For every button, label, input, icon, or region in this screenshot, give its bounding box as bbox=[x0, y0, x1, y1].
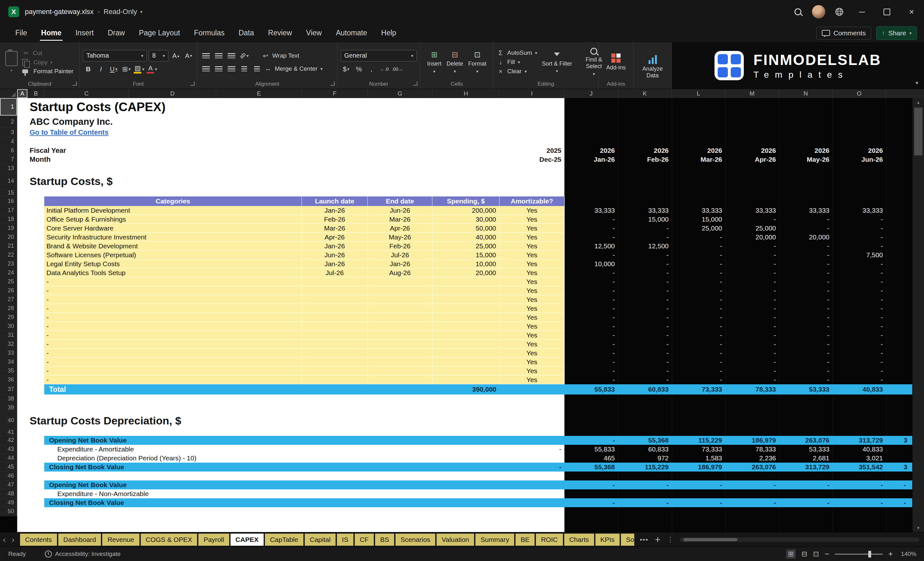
band-cell-n-45[interactable]: 313,729 bbox=[779, 463, 832, 471]
band-cell-l-49[interactable]: - bbox=[672, 498, 725, 507]
value-cell-k-29[interactable]: - bbox=[618, 313, 672, 322]
cut-button[interactable]: ✂Cut bbox=[22, 50, 74, 57]
category-cell[interactable]: Core Server Hardware bbox=[44, 224, 302, 233]
value-cell-k-35[interactable]: - bbox=[618, 366, 672, 375]
band-cell-j-42[interactable]: - bbox=[564, 436, 618, 445]
value-cell-j-22[interactable]: - bbox=[564, 250, 618, 260]
sheet-tab-capital[interactable]: Capital bbox=[305, 534, 336, 546]
column-header-m[interactable]: M bbox=[725, 89, 779, 98]
band-cell-j-45[interactable]: 55,368 bbox=[564, 463, 618, 471]
value-cell-l-29[interactable]: - bbox=[672, 313, 725, 322]
spending-cell[interactable] bbox=[432, 278, 500, 286]
sheet-tab-captable[interactable]: CapTable bbox=[265, 534, 303, 546]
comma-format-button[interactable]: , bbox=[366, 64, 377, 75]
menu-file[interactable]: File bbox=[8, 24, 34, 42]
spending-cell[interactable] bbox=[432, 295, 500, 304]
dep-cell-n-44[interactable]: 2,681 bbox=[779, 454, 832, 463]
italic-button[interactable]: I bbox=[96, 64, 106, 75]
value-cell-l-25[interactable]: - bbox=[672, 278, 725, 286]
value-cell-j-29[interactable]: - bbox=[564, 313, 618, 322]
value-cell-j-24[interactable]: - bbox=[564, 268, 618, 278]
amortizable-cell[interactable]: Yes bbox=[500, 250, 564, 260]
category-cell[interactable]: - bbox=[44, 322, 302, 331]
cell-o-7[interactable]: Jun-26 bbox=[832, 155, 886, 164]
band-cell-k-47[interactable]: - bbox=[618, 480, 672, 489]
format-cells-button[interactable]: ⊡Format▾ bbox=[466, 50, 488, 75]
value-cell-m-32[interactable]: - bbox=[725, 340, 779, 349]
band-cell-k-49[interactable]: - bbox=[618, 498, 672, 507]
autosum-button[interactable]: ΣAutoSum▾ bbox=[497, 50, 537, 57]
end-date-cell[interactable]: Mar-26 bbox=[368, 215, 432, 224]
value-cell-l-18[interactable]: 15,000 bbox=[672, 215, 725, 224]
sheet-tab-scenarios[interactable]: Scenarios bbox=[396, 534, 435, 546]
end-date-cell[interactable]: Apr-26 bbox=[368, 224, 432, 233]
value-cell-k-26[interactable]: - bbox=[618, 286, 672, 295]
menu-page-layout[interactable]: Page Layout bbox=[132, 24, 187, 42]
value-cell-l-22[interactable]: - bbox=[672, 250, 725, 260]
copy-button[interactable]: Copy▾ bbox=[22, 59, 74, 66]
borders-button[interactable]: ⊞▾ bbox=[121, 64, 132, 75]
value-cell-m-25[interactable]: - bbox=[725, 278, 779, 286]
end-date-cell[interactable] bbox=[368, 340, 432, 349]
row-header-18[interactable]: 18 bbox=[0, 215, 17, 224]
value-cell-j-28[interactable]: - bbox=[564, 304, 618, 313]
value-cell-k-30[interactable]: - bbox=[618, 322, 672, 331]
dep-cell-j-44[interactable]: 465 bbox=[564, 454, 618, 463]
horizontal-scrollbar-thumb[interactable] bbox=[683, 538, 737, 541]
font-name-select[interactable]: Tahoma▾ bbox=[83, 50, 147, 62]
page-layout-view-button[interactable]: ⊟ bbox=[801, 550, 807, 558]
row-header-14[interactable]: 14 bbox=[0, 173, 17, 189]
row-header-24[interactable]: 24 bbox=[0, 268, 17, 278]
category-cell[interactable]: - bbox=[44, 349, 302, 357]
value-cell-m-29[interactable]: - bbox=[725, 313, 779, 322]
amortizable-cell[interactable]: Yes bbox=[500, 224, 564, 233]
amortizable-cell[interactable]: Yes bbox=[500, 215, 564, 224]
sheet-tab-valuation[interactable]: Valuation bbox=[436, 534, 474, 546]
band-cell-o-42[interactable]: 313,729 bbox=[832, 436, 886, 445]
value-cell-l-27[interactable]: - bbox=[672, 295, 725, 304]
amortizable-cell[interactable]: Yes bbox=[500, 375, 564, 384]
row-header-26[interactable]: 26 bbox=[0, 286, 17, 295]
merge-center-button[interactable]: ↔Merge & Center▾ bbox=[264, 65, 322, 72]
value-cell-n-32[interactable]: - bbox=[779, 340, 832, 349]
launch-date-cell[interactable] bbox=[302, 331, 368, 340]
paste-button[interactable]: ▾ bbox=[3, 50, 20, 74]
row-header-46[interactable]: 46 bbox=[0, 471, 17, 480]
more-sheets-button[interactable]: ••• bbox=[640, 536, 649, 543]
category-cell[interactable]: Brand & Website Development bbox=[44, 242, 302, 250]
row-header-1[interactable]: 1 bbox=[0, 98, 17, 116]
avatar[interactable] bbox=[812, 5, 825, 18]
value-cell-j-17[interactable]: 33,333 bbox=[564, 206, 618, 215]
end-date-cell[interactable]: Feb-26 bbox=[368, 242, 432, 250]
amortizable-cell[interactable]: Yes bbox=[500, 206, 564, 215]
close-button[interactable]: × bbox=[899, 0, 924, 24]
value-cell-k-23[interactable]: - bbox=[618, 260, 672, 268]
value-cell-l-30[interactable]: - bbox=[672, 322, 725, 331]
wrap-text-button[interactable]: ↩Wrap Text bbox=[262, 52, 299, 60]
spending-cell[interactable] bbox=[432, 313, 500, 322]
value-cell-l-19[interactable]: 25,000 bbox=[672, 224, 725, 233]
cell-j-7[interactable]: Jan-26 bbox=[564, 155, 618, 164]
launch-date-cell[interactable]: Feb-26 bbox=[302, 215, 368, 224]
row-header-40[interactable]: 40 bbox=[0, 412, 17, 429]
cell-k-7[interactable]: Feb-26 bbox=[618, 155, 672, 164]
row-header-22[interactable]: 22 bbox=[0, 250, 17, 260]
cell-i-6[interactable]: 2025 bbox=[500, 146, 564, 155]
alignment-dialog-launcher-icon[interactable] bbox=[330, 81, 334, 86]
align-middle-button[interactable] bbox=[213, 50, 224, 61]
share-button[interactable]: ↑ Share ▾ bbox=[876, 26, 917, 40]
value-cell-j-30[interactable]: - bbox=[564, 322, 618, 331]
menu-review[interactable]: Review bbox=[261, 24, 299, 42]
value-cell-k-21[interactable]: 12,500 bbox=[618, 242, 672, 250]
band-cell-m-42[interactable]: 186,979 bbox=[725, 436, 779, 445]
value-cell-m-22[interactable]: - bbox=[725, 250, 779, 260]
row-header-47[interactable]: 47 bbox=[0, 480, 17, 489]
dep-cell-k-44[interactable]: 972 bbox=[618, 454, 672, 463]
cell-i-7[interactable]: Dec-25 bbox=[500, 155, 564, 164]
tab-splitter-handle[interactable]: ⋮ bbox=[667, 536, 674, 544]
row-header-41[interactable]: 41 bbox=[0, 429, 17, 436]
dep-cell-k-43[interactable]: 60,833 bbox=[618, 445, 672, 454]
end-date-cell[interactable] bbox=[368, 295, 432, 304]
align-top-button[interactable] bbox=[201, 50, 212, 61]
launch-date-cell[interactable]: Jan-26 bbox=[302, 260, 368, 268]
